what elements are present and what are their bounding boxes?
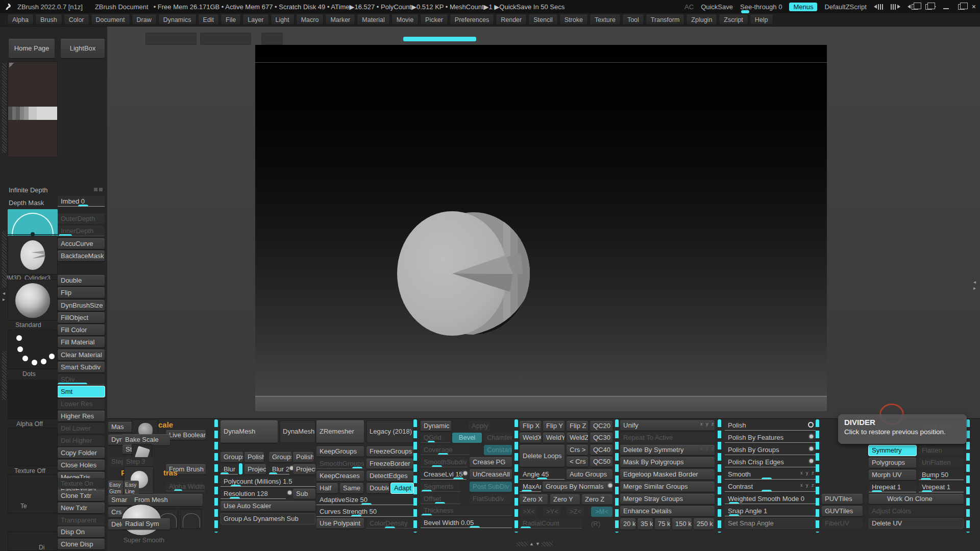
polish-crisp-edges-slider[interactable]: Polish Crisp Edges [725, 457, 816, 467]
higher-res-button[interactable]: Higher Res [58, 411, 105, 421]
polygroups-button[interactable]: Polygroups [869, 458, 916, 468]
post-subdiv-button[interactable]: Post SubDiv [470, 482, 512, 492]
adjust-colors-button[interactable]: Adjust Colors [869, 506, 964, 516]
restore-icon[interactable] [958, 4, 965, 10]
fillobject-button[interactable]: FillObject [58, 312, 105, 323]
lightbox-button[interactable]: LightBox [61, 39, 105, 58]
flatsubdiv-button[interactable]: FlatSubdiv [470, 494, 512, 504]
zero-y-button[interactable]: Zero Y [550, 494, 580, 505]
project-button-2[interactable]: Project [293, 464, 315, 474]
same-button[interactable]: Same [340, 483, 363, 493]
smoothgroups-slider[interactable]: SmoothGroups [316, 459, 364, 469]
bottom-tray-handle[interactable]: ▲▼ [517, 542, 553, 546]
clone-txtr-button[interactable]: Clone Txtr [58, 490, 105, 501]
cylinder-mesh[interactable] [387, 198, 540, 351]
right-tray-toggle-icon[interactable] [891, 4, 900, 10]
tray-collapse-right-icon[interactable]: ▸ [3, 297, 5, 302]
material-thumbnail[interactable] [8, 280, 58, 320]
easy-gizmo-button[interactable]: Easy Gizm [108, 481, 123, 496]
edgeloop-masked-border-button[interactable]: Edgeloop Masked Border [620, 469, 715, 480]
dynamic-button[interactable]: Dynamic [421, 421, 451, 431]
slider-thumb[interactable] [438, 453, 448, 455]
maxang-slider[interactable]: MaxAng [520, 482, 541, 492]
del-lower-button[interactable]: Del Lower [58, 423, 105, 434]
puvtiles-button[interactable]: PUVTiles [822, 494, 863, 504]
groups-by-normals-button[interactable]: Groups By Normals [543, 482, 612, 492]
slider-thumb[interactable] [729, 514, 739, 516]
menu-item[interactable]: File [220, 15, 241, 25]
flip-z-button[interactable]: Flip Z [567, 421, 588, 431]
freezegroups-button[interactable]: FreezeGroups [366, 446, 413, 457]
fiberuv-button[interactable]: FiberUV [822, 518, 863, 529]
zscript-button[interactable]: DefaultZScript [824, 3, 866, 11]
current-tool-thumbnail[interactable] [8, 236, 58, 274]
weldy-button[interactable]: WeldY [543, 433, 565, 443]
adaptivesize-slider[interactable]: AdaptiveSize 50 [316, 495, 413, 505]
segments-slider[interactable]: Segments [421, 482, 460, 492]
sub-button[interactable]: Sub [293, 489, 315, 499]
infinite-depth-label[interactable]: Infinite Depth [9, 186, 48, 194]
menu-item[interactable]: Material [357, 15, 389, 25]
mini-icon[interactable] [99, 188, 103, 191]
slider-thumb[interactable] [741, 10, 749, 13]
alpha-width-slider[interactable]: Alpha Width [166, 482, 205, 491]
qc40-button[interactable]: QC40 [590, 445, 612, 455]
dynamesh-button-2[interactable]: DynaMesh [280, 420, 315, 443]
qc50-button[interactable]: QC50 [590, 457, 612, 467]
slider-thumb[interactable] [921, 478, 931, 480]
resolution-slider[interactable]: Resolution 128 [220, 489, 286, 499]
home-page-button[interactable]: Home Page [9, 39, 55, 58]
menu-item[interactable]: Texture [590, 15, 621, 25]
keepgroups-button[interactable]: KeepGroups [316, 446, 364, 457]
slider-thumb[interactable] [230, 497, 240, 499]
polycount-slider[interactable]: Polycount (Millions) 1.5 [220, 477, 315, 487]
handle-up-icon[interactable]: ▲ [529, 542, 534, 546]
constant-button[interactable]: Constant [484, 445, 512, 455]
slider-thumb[interactable] [361, 503, 372, 505]
radialcount-slider[interactable]: RadialCount [520, 518, 582, 529]
keepcreases-button[interactable]: KeepCreases [316, 471, 364, 481]
mirror-z-button[interactable]: >Z< [567, 507, 584, 517]
panel-divider[interactable] [615, 419, 619, 533]
double-button[interactable]: Double [58, 275, 105, 286]
morph-uv-button[interactable]: Morph UV [869, 470, 916, 480]
half-button[interactable]: Half [316, 483, 338, 493]
left-tray-toggle-icon[interactable] [874, 4, 884, 10]
qgrid-slider[interactable]: QGrid [421, 433, 450, 443]
zero-x-button[interactable]: Zero X [520, 494, 548, 505]
handle-down-icon[interactable]: ▼ [535, 542, 540, 546]
mask-by-polygroups-button[interactable]: Mask By Polygroups [620, 457, 715, 467]
panel-divider[interactable] [966, 419, 970, 533]
slider-thumb[interactable] [432, 465, 442, 467]
symmetry-button[interactable]: Symmetry [869, 445, 916, 456]
slider-thumb[interactable] [872, 490, 882, 492]
zero-z-button[interactable]: Zero Z [582, 494, 612, 505]
texture-thumbnail[interactable] [8, 428, 58, 466]
menu-item[interactable]: Layer [242, 15, 268, 25]
20k-button[interactable]: 20 k [620, 518, 635, 530]
75k-button[interactable]: 75 k [655, 518, 670, 530]
chamfer-button[interactable]: Chamfer [484, 433, 512, 443]
clone-disp-button[interactable]: Clone Disp [58, 539, 105, 549]
menu-item[interactable]: Brush [35, 15, 62, 25]
slider-thumb[interactable] [428, 441, 435, 443]
menu-item[interactable]: Marker [325, 15, 355, 25]
slider-thumb[interactable] [220, 472, 229, 474]
double-button-zr[interactable]: Double [366, 483, 389, 493]
crs-back-button[interactable]: < Crs [567, 457, 588, 467]
radial-sym-button[interactable]: Radial Sym [122, 518, 170, 530]
live-boolean-button[interactable]: Live Boolean [166, 430, 206, 440]
canvas-scroll-right-icon[interactable]: ▸ [973, 286, 976, 291]
slider-thumb[interactable] [762, 478, 772, 480]
panel-divider[interactable] [718, 419, 721, 533]
slider-thumb[interactable] [422, 514, 432, 516]
accucurve-button[interactable]: AccuCurve [58, 238, 105, 249]
work-on-clone-button[interactable]: Work On Clone [869, 494, 964, 504]
legacy-2018-button[interactable]: Legacy (2018) [366, 420, 413, 443]
panel-divider[interactable] [816, 419, 819, 533]
radio-dot-icon[interactable] [810, 447, 813, 450]
adapt-button[interactable]: Adapt [391, 483, 413, 493]
polish-button-2[interactable]: Polish [293, 452, 313, 462]
crs-fwd-button[interactable]: Crs > [567, 445, 588, 455]
texture-on-button[interactable]: Texture On [58, 478, 105, 489]
